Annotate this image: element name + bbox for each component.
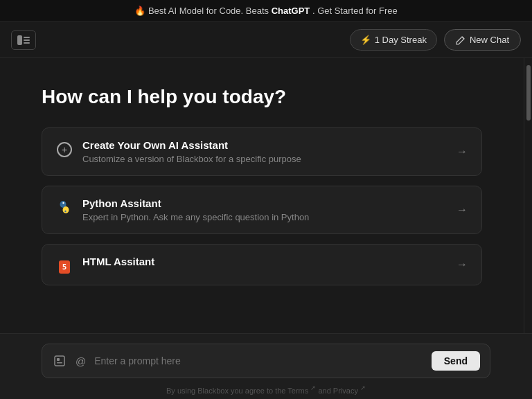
- header-left: [11, 30, 36, 50]
- bottom-input-area: @ Send By using Blackbox you agree to th…: [0, 333, 532, 399]
- create-assistant-icon: +: [56, 141, 73, 157]
- card-text-python: Python Assitant Expert in Python. Ask me…: [82, 197, 309, 222]
- new-chat-label: New Chat: [470, 35, 509, 45]
- svg-rect-10: [55, 356, 64, 366]
- card-title-python: Python Assitant: [82, 197, 309, 209]
- svg-rect-11: [57, 358, 60, 361]
- streak-icon: ⚡: [360, 35, 371, 45]
- card-desc-create: Customize a version of Blackbox for a sp…: [82, 154, 301, 164]
- scrollbar-thumb[interactable]: [526, 65, 531, 121]
- header-right: ⚡ 1 Day Streak New Chat: [350, 29, 521, 51]
- html-icon: 5: [56, 257, 73, 274]
- streak-label: 1 Day Streak: [375, 35, 427, 45]
- header: ⚡ 1 Day Streak New Chat: [0, 22, 532, 58]
- card-arrow-html: →: [456, 258, 468, 271]
- svg-point-9: [64, 211, 66, 212]
- mention-button[interactable]: @: [74, 354, 87, 369]
- card-left-html: 5 HTML Assitant: [56, 256, 154, 274]
- card-title-create: Create Your Own AI Assistant: [82, 139, 301, 151]
- svg-rect-2: [24, 39, 30, 41]
- attach-button[interactable]: [52, 353, 67, 369]
- card-create-assistant[interactable]: + Create Your Own AI Assistant Customize…: [42, 127, 482, 176]
- page-title: How can I help you today?: [42, 86, 482, 108]
- card-title-html: HTML Assitant: [82, 256, 154, 267]
- send-button[interactable]: Send: [432, 351, 480, 371]
- attach-icon: [53, 355, 66, 367]
- svg-point-8: [62, 202, 64, 204]
- sidebar-icon: [17, 35, 30, 45]
- new-chat-button[interactable]: New Chat: [444, 29, 521, 51]
- svg-rect-1: [24, 37, 30, 38]
- announcement-text: Best AI Model for Code. Beats: [148, 6, 272, 16]
- card-left: + Create Your Own AI Assistant Customize…: [56, 139, 301, 164]
- card-arrow-create: →: [456, 145, 468, 158]
- new-chat-icon: [456, 35, 466, 45]
- card-python-assistant[interactable]: Python Assitant Expert in Python. Ask me…: [42, 186, 482, 234]
- footer-privacy: Privacy: [333, 387, 358, 395]
- svg-rect-12: [57, 362, 62, 364]
- announcement-text2: . Get Started for Free: [312, 6, 398, 16]
- card-html-assistant[interactable]: 5 HTML Assitant →: [42, 244, 482, 285]
- announcement-bold: ChatGPT: [272, 6, 310, 16]
- streak-button[interactable]: ⚡ 1 Day Streak: [350, 29, 437, 51]
- card-text-create: Create Your Own AI Assistant Customize a…: [82, 139, 301, 164]
- footer-and: and: [318, 387, 332, 395]
- mention-icon: @: [76, 355, 86, 367]
- card-desc-python: Expert in Python. Ask me any specific qu…: [82, 212, 309, 222]
- svg-rect-0: [17, 35, 22, 45]
- card-text-html: HTML Assitant: [82, 256, 154, 270]
- announcement-bar: 🔥 Best AI Model for Code. Beats ChatGPT …: [0, 0, 532, 22]
- announcement-emoji: 🔥: [134, 6, 145, 16]
- card-left-python: Python Assitant Expert in Python. Ask me…: [56, 197, 309, 222]
- input-box: @ Send: [42, 344, 490, 378]
- sidebar-toggle-button[interactable]: [11, 30, 36, 50]
- footer-prefix: By using Blackbox you agree to the Terms: [166, 387, 308, 395]
- prompt-input[interactable]: [94, 355, 425, 366]
- python-icon: [56, 199, 73, 219]
- footer-text: By using Blackbox you agree to the Terms…: [42, 378, 490, 399]
- svg-rect-3: [24, 42, 30, 44]
- card-arrow-python: →: [456, 204, 468, 216]
